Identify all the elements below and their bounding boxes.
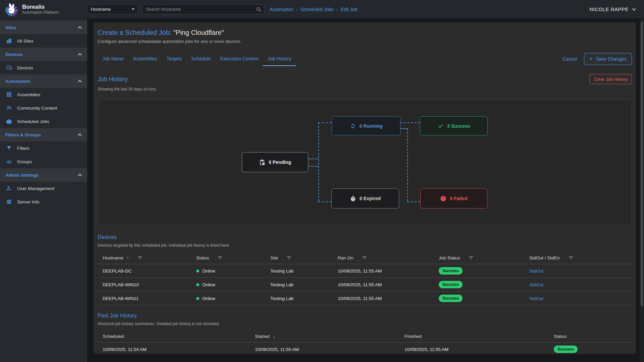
- devices-table-header-row: Hostname↑ Status Site Ran On Job Status …: [98, 252, 632, 264]
- flow-node-label: 0 Running: [360, 123, 382, 129]
- sidebar-item-user-management[interactable]: User Management: [0, 182, 87, 195]
- col-hostname[interactable]: Hostname: [103, 255, 123, 260]
- table-row[interactable]: 10/09/2025, 11:54 AM 10/09/2025, 11:55 A…: [98, 343, 632, 354]
- flow-node-label: 0 Failed: [450, 196, 467, 201]
- tab-assemblies[interactable]: Assemblies: [128, 52, 162, 66]
- tab-job-name[interactable]: Job Name: [98, 52, 128, 66]
- breadcrumb-edit-job[interactable]: Edit Job: [340, 7, 358, 12]
- sidebar-item-filters[interactable]: Filters: [0, 141, 87, 155]
- plus-icon: +: [589, 56, 593, 62]
- hostname-select-value: Hostname: [91, 7, 111, 12]
- sidebar-item-label: Devices: [17, 65, 33, 70]
- user-menu[interactable]: NICOLE RAPPE: [589, 6, 644, 12]
- col-status[interactable]: Status: [196, 255, 209, 260]
- cell-status: Online: [191, 292, 265, 305]
- sidebar-item-assemblies[interactable]: Assemblies: [0, 88, 87, 101]
- sidebar-section-automation[interactable]: Automation: [0, 74, 87, 88]
- sort-desc-icon[interactable]: ↓: [273, 334, 275, 339]
- edit-job-card: Create a Scheduled Job: "Ping Cloudflare…: [94, 22, 636, 354]
- user-name: NICOLE RAPPE: [589, 6, 629, 12]
- chevron-up-icon: [78, 53, 82, 57]
- sort-asc-icon[interactable]: ↑: [127, 255, 129, 260]
- sidebar-item-community-content[interactable]: Community Content: [0, 101, 87, 115]
- stdout-link[interactable]: StdOut: [529, 282, 543, 287]
- save-changes-button[interactable]: + Save Changes: [584, 53, 632, 65]
- connector-line: [318, 122, 332, 123]
- cell-stdout: StdOut: [524, 292, 632, 305]
- table-row[interactable]: DEEPLAB-DC Online Testing Lab 10/09/2025…: [98, 264, 632, 278]
- sidebar-item-label: Server Info: [17, 199, 39, 204]
- connector-line: [308, 166, 318, 167]
- sidebar-item-scheduled-jobs[interactable]: Scheduled Jobs: [0, 115, 87, 128]
- groups-icon: [6, 159, 12, 165]
- tab-schedule[interactable]: Schedule: [186, 52, 215, 66]
- sidebar-item-devices[interactable]: Devices: [0, 61, 87, 74]
- check-icon: [437, 123, 444, 129]
- sidebar-section-sites[interactable]: Sites: [0, 21, 87, 34]
- col-status[interactable]: Status: [554, 334, 567, 339]
- filter-icon[interactable]: [362, 255, 367, 260]
- sidebar-section-devices[interactable]: Devices: [0, 48, 87, 61]
- stdout-link[interactable]: StdOut: [529, 296, 543, 301]
- flow-node-running[interactable]: 0 Running: [332, 116, 400, 135]
- grid-icon: [6, 92, 12, 98]
- search-box[interactable]: [142, 4, 264, 14]
- scrollbar-thumb[interactable]: [641, 21, 643, 306]
- sidebar-section-filters-groups[interactable]: Filters & Groups: [0, 128, 87, 141]
- cell-finished: 10/09/2025, 11:55 AM: [399, 343, 549, 354]
- hostname-select[interactable]: Hostname: [87, 4, 138, 14]
- search-input[interactable]: [146, 7, 256, 12]
- laptop-phone-icon: [6, 65, 12, 71]
- col-scheduled[interactable]: Scheduled: [103, 334, 124, 339]
- brand-subtitle: Automation Platform: [22, 10, 59, 15]
- cell-started: 10/09/2025, 11:55 AM: [250, 343, 399, 354]
- flow-node-success[interactable]: 3 Success: [420, 116, 488, 135]
- flow-node-failed[interactable]: 0 Failed: [420, 188, 487, 208]
- cell-site: Testing Lab: [265, 292, 333, 305]
- filter-icon[interactable]: [218, 255, 222, 260]
- col-job-status[interactable]: Job Status: [439, 255, 460, 260]
- tab-execution-context[interactable]: Execution Context: [216, 52, 263, 66]
- col-started[interactable]: Started: [255, 334, 270, 339]
- stdout-link[interactable]: StdOut: [529, 268, 543, 274]
- flow-node-pending[interactable]: 0 Pending: [242, 152, 308, 172]
- col-finished[interactable]: Finished: [405, 334, 422, 339]
- brand: Borealis Automation Platform: [0, 2, 87, 17]
- col-site[interactable]: Site: [270, 255, 278, 260]
- people-icon: [6, 105, 12, 111]
- sidebar-item-server-info[interactable]: Server Info: [0, 195, 87, 208]
- caret-down-icon: [132, 8, 135, 10]
- sidebar-section-label: Filters & Groups: [5, 132, 41, 137]
- sidebar-section-admin-settings[interactable]: Admin Settings: [0, 168, 87, 182]
- save-changes-label: Save Changes: [596, 56, 627, 62]
- past-history-header-row: Scheduled Started↓ Finished Status: [98, 330, 632, 343]
- vertical-scrollbar[interactable]: [640, 19, 644, 362]
- tab-job-history[interactable]: Job History: [263, 52, 296, 66]
- sidebar-item-all-sites[interactable]: All Sites: [0, 34, 87, 48]
- status-badge: Success: [554, 346, 578, 353]
- clear-job-history-button[interactable]: Clear Job History: [590, 74, 632, 84]
- sidebar-item-groups[interactable]: Groups: [0, 155, 87, 168]
- table-row[interactable]: DEEPLAB-WIN11 Online Testing Lab 10/09/2…: [98, 292, 632, 305]
- cell-status: Online: [191, 264, 265, 278]
- brand-name: Borealis: [22, 4, 59, 10]
- flow-node-label: 0 Pending: [269, 160, 291, 165]
- error-circle-icon: [440, 195, 446, 202]
- filter-icon[interactable]: [569, 255, 573, 260]
- filter-icon[interactable]: [287, 255, 291, 260]
- job-history-heading: Job History: [98, 76, 128, 83]
- past-job-history-subtitle: Historical job history summaries. Detail…: [98, 321, 632, 326]
- main-area: Create a Scheduled Job: "Ping Cloudflare…: [87, 19, 644, 362]
- col-stdout-stderr[interactable]: StdOut / StdErr: [529, 255, 560, 260]
- flow-node-expired[interactable]: 0 Expired: [331, 188, 399, 208]
- breadcrumb-automation[interactable]: Automation: [270, 7, 293, 12]
- filter-icon[interactable]: [469, 255, 473, 260]
- tab-targets[interactable]: Targets: [162, 52, 186, 66]
- user-gear-icon: [6, 185, 12, 191]
- filter-icon[interactable]: [138, 255, 142, 260]
- table-row[interactable]: DEEPLAB-WIN10 Online Testing Lab 10/09/2…: [98, 278, 632, 292]
- top-bar: Borealis Automation Platform Hostname Au…: [0, 0, 644, 19]
- col-ran-on[interactable]: Ran On: [338, 255, 354, 260]
- cancel-button[interactable]: Cancel: [562, 56, 577, 62]
- breadcrumb-scheduled-jobs[interactable]: Scheduled Jobs: [300, 7, 334, 12]
